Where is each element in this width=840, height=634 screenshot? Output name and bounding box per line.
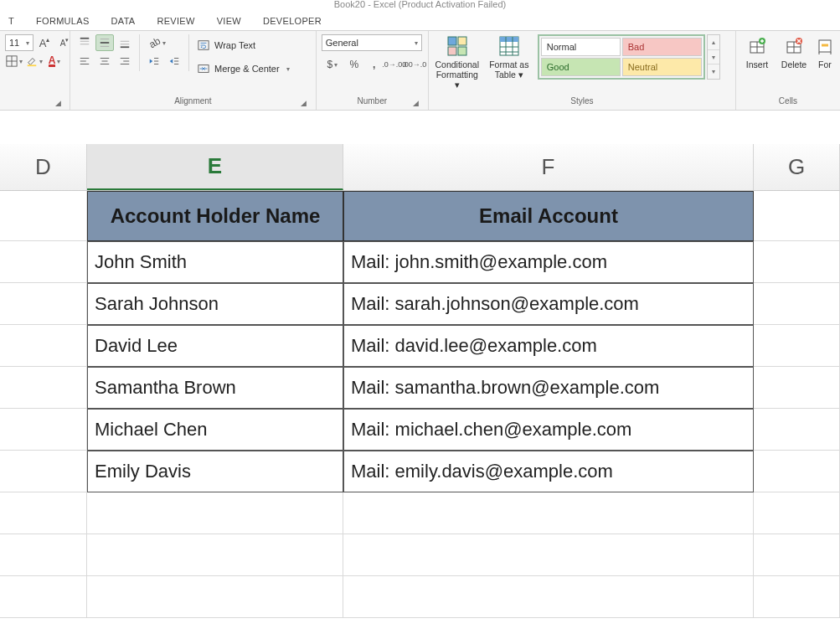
format-as-table-button[interactable]: Format as Table ▾ (486, 34, 533, 80)
group-styles-label: Styles (434, 96, 730, 108)
style-neutral[interactable]: Neutral (622, 58, 702, 76)
insert-cells-button[interactable]: Insert (741, 34, 773, 70)
group-alignment-label: Alignment ◢ (75, 96, 311, 108)
gallery-up-button[interactable]: ▴ (708, 35, 719, 50)
cell[interactable] (0, 409, 87, 451)
wrap-text-icon (198, 39, 209, 51)
cell[interactable] (754, 534, 840, 576)
cell[interactable] (343, 576, 754, 618)
chevron-down-icon: ▾ (39, 58, 43, 65)
cell-email[interactable]: Mail: john.smith@example.com (343, 241, 754, 283)
font-size-input[interactable]: 11▾ (5, 34, 33, 51)
alignment-dialog-launcher[interactable]: ◢ (299, 98, 309, 108)
cell-name[interactable]: Emily Davis (87, 451, 343, 492)
table-row (0, 576, 840, 618)
cell[interactable] (0, 325, 87, 367)
align-right-button[interactable] (116, 53, 134, 70)
cell[interactable] (754, 409, 840, 451)
tab-developer[interactable]: DEVELOPER (263, 16, 322, 26)
style-good[interactable]: Good (541, 58, 621, 76)
number-dialog-launcher[interactable]: ◢ (411, 98, 421, 108)
align-middle-button[interactable] (95, 34, 114, 51)
column-header-e[interactable]: E (87, 144, 343, 190)
cell-name[interactable]: Samantha Brown (87, 367, 343, 409)
svg-rect-31 (458, 37, 466, 45)
wrap-text-button[interactable]: Wrap Text (194, 34, 293, 56)
font-dialog-launcher[interactable]: ◢ (53, 98, 63, 108)
cell-email[interactable]: Mail: michael.chen@example.com (343, 409, 754, 451)
cell[interactable] (0, 534, 87, 576)
cell[interactable] (0, 576, 87, 618)
cell[interactable] (0, 451, 87, 492)
style-bad[interactable]: Bad (622, 38, 702, 56)
tab-cut[interactable]: T (8, 16, 14, 26)
cell[interactable] (0, 492, 87, 534)
group-number: General ▾ $▾ % , .0→.00 .00→.0 Number ◢ (317, 31, 429, 110)
tab-formulas[interactable]: FORMULAS (36, 16, 90, 26)
cell-email[interactable]: Mail: emily.davis@example.com (343, 451, 754, 492)
cell[interactable] (0, 367, 87, 409)
align-center-button[interactable] (95, 53, 114, 70)
format-cells-button[interactable]: For (815, 34, 835, 70)
cell[interactable] (754, 241, 840, 283)
align-left-button[interactable] (75, 53, 94, 70)
cell[interactable] (87, 492, 343, 534)
cell-name[interactable]: John Smith (87, 241, 343, 283)
comma-format-button[interactable]: , (365, 56, 384, 73)
header-email-cell[interactable]: Email Account (343, 191, 754, 241)
table-row: John Smith Mail: john.smith@example.com (0, 241, 840, 283)
conditional-formatting-button[interactable]: Conditional Formatting ▾ (434, 34, 481, 90)
cell[interactable] (0, 283, 87, 325)
accounting-format-button[interactable]: $▾ (322, 56, 343, 73)
cell[interactable] (754, 325, 840, 367)
cell[interactable] (754, 576, 840, 618)
delete-cells-button[interactable]: Delete (778, 34, 810, 70)
cell[interactable] (754, 191, 840, 241)
cell-email[interactable]: Mail: david.lee@example.com (343, 325, 754, 367)
cell-email[interactable]: Mail: sarah.johnson@example.com (343, 283, 754, 325)
gallery-more-button[interactable]: ▾ (708, 64, 719, 79)
border-button[interactable]: ▾ (5, 53, 23, 70)
increase-indent-button[interactable] (165, 53, 183, 70)
cell-name[interactable]: Sarah Johnson (87, 283, 343, 325)
cell[interactable] (754, 367, 840, 409)
window-title: Book20 - Excel (Product Activation Faile… (0, 0, 840, 12)
tab-data[interactable]: DATA (111, 16, 136, 26)
align-bottom-button[interactable] (116, 34, 134, 51)
orientation-button[interactable]: ab▾ (145, 34, 170, 51)
align-top-button[interactable] (75, 34, 94, 51)
font-size-value: 11 (9, 38, 19, 48)
cell[interactable] (0, 191, 87, 241)
font-color-button[interactable]: A ▾ (45, 53, 64, 70)
header-name-cell[interactable]: Account Holder Name (87, 191, 343, 241)
decrease-decimal-button[interactable]: .00→.0 (405, 56, 424, 73)
merge-center-button[interactable]: Merge & Center ▾ (194, 58, 293, 80)
tab-review[interactable]: REVIEW (157, 16, 194, 26)
cell-name[interactable]: David Lee (87, 325, 343, 367)
cell[interactable] (754, 451, 840, 492)
cell-email[interactable]: Mail: samantha.brown@example.com (343, 367, 754, 409)
cell[interactable] (87, 576, 343, 618)
grow-font-button[interactable]: A▴ (35, 34, 54, 51)
cell[interactable] (754, 283, 840, 325)
cell-name[interactable]: Michael Chen (87, 409, 343, 451)
number-format-select[interactable]: General ▾ (322, 34, 422, 51)
cell[interactable] (343, 492, 754, 534)
column-header-f[interactable]: F (343, 144, 754, 190)
column-header-d[interactable]: D (0, 144, 87, 190)
gallery-down-button[interactable]: ▾ (708, 50, 719, 65)
decrease-indent-button[interactable] (145, 53, 163, 70)
insert-label: Insert (746, 59, 768, 70)
percent-format-button[interactable]: % (345, 56, 363, 73)
table-row: Samantha Brown Mail: samantha.brown@exam… (0, 367, 840, 409)
cell[interactable] (754, 492, 840, 534)
style-normal[interactable]: Normal (541, 38, 621, 56)
fill-color-button[interactable]: ▾ (25, 53, 44, 70)
tab-view[interactable]: VIEW (217, 16, 241, 26)
cell[interactable] (87, 534, 343, 576)
chevron-down-icon: ▾ (26, 39, 29, 47)
increase-decimal-button[interactable]: .0→.00 (385, 56, 404, 73)
cell[interactable] (0, 241, 87, 283)
column-header-g[interactable]: G (754, 144, 840, 190)
cell[interactable] (343, 534, 754, 576)
